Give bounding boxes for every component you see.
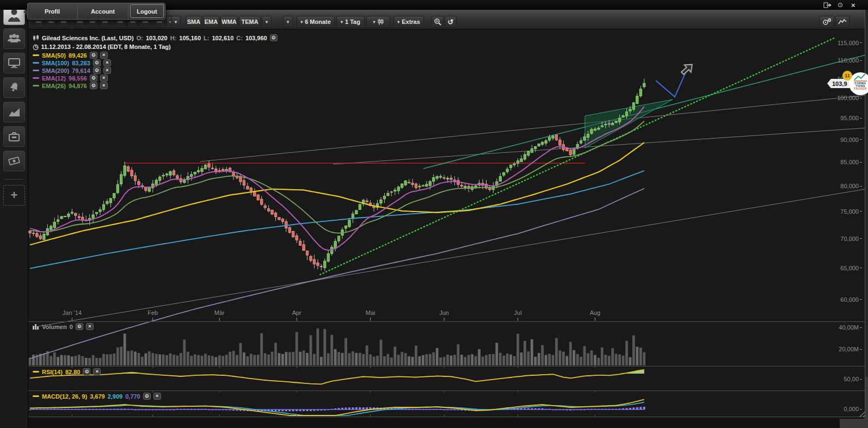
interval-dropdown[interactable]: ▾1 Tag (336, 16, 365, 28)
indicator-settings-button[interactable]: ⊙ (93, 59, 101, 66)
tema-button[interactable]: TEMA (239, 16, 261, 28)
candlestick-type-icon (378, 18, 384, 25)
sidebar-item-billing[interactable] (3, 151, 25, 171)
tools-dropdown-button[interactable]: ▾ (171, 16, 181, 28)
volume-remove-button[interactable]: × (86, 323, 94, 330)
legend-row-sma50: SMA(50) 89,426 ⊙ × (33, 52, 108, 59)
date-range-row: ◷ 11.12.2013 - 22.08.2014 (EDT, 8 Monate… (33, 43, 171, 51)
macd-hist-value: 0,770 (125, 393, 140, 400)
indicator-remove-button[interactable]: × (100, 52, 108, 59)
chart-canvas[interactable] (28, 29, 865, 418)
indicator-remove-button[interactable]: × (103, 67, 111, 74)
open-label: O: (137, 35, 143, 41)
sma100-swatch (33, 62, 39, 64)
indicator-label: SMA(50) (42, 52, 66, 59)
sidebar-item-community[interactable] (3, 28, 25, 49)
instrument-settings-button[interactable]: ⊙ (270, 34, 278, 41)
area-chart-icon (8, 108, 20, 117)
sidebar-item-alerts[interactable] (3, 77, 25, 98)
rsi-panel-row: RSI(14) 82,80 ⊙ × (33, 368, 101, 375)
record-window-button[interactable]: ⊙ (838, 1, 843, 9)
chart-type-dropdown[interactable]: ▾ (366, 16, 390, 28)
sma200-swatch (33, 70, 39, 71)
rsi-settings-button[interactable]: ⊙ (83, 368, 90, 375)
notification-badge[interactable]: 11 (842, 71, 852, 80)
ema26-swatch (33, 85, 39, 86)
high-value: 105,160 (179, 35, 201, 41)
briefcase-icon (9, 132, 20, 141)
undo-button[interactable]: ↺ (445, 16, 457, 28)
menu-item-profil[interactable]: Profil (27, 3, 78, 20)
zoom-button[interactable] (432, 16, 444, 28)
indicator-remove-button[interactable]: × (100, 75, 108, 82)
window-edge (865, 377, 868, 428)
period-dropdown[interactable]: ▾6 Monate (297, 16, 335, 28)
people-group-icon (8, 34, 21, 44)
rsi-label: RSI(14) (42, 369, 63, 375)
indicator-label: SMA(200) (42, 67, 69, 74)
macd-value: 3,679 (90, 393, 105, 400)
indicator-settings-button[interactable]: ⊙ (93, 67, 101, 74)
indicator-label: EMA(26) (42, 83, 66, 89)
close-window-button[interactable]: × (851, 1, 855, 9)
indicator-settings-button[interactable]: ⊙ (90, 82, 97, 89)
magnifier-icon (434, 18, 441, 26)
user-menu-popup: Profil Account Logout (27, 2, 166, 20)
wma-button[interactable]: WMA (220, 16, 238, 28)
sma-button[interactable]: SMA (186, 16, 202, 28)
volume-value: 0 (70, 324, 73, 330)
rsi-value: 82,80 (65, 369, 81, 375)
high-label: H: (170, 35, 177, 41)
indicator-value: 83,283 (72, 60, 90, 66)
monitor-icon (8, 58, 20, 68)
price-chart-svg[interactable] (28, 29, 865, 418)
extras-dropdown[interactable]: ▾Extras (393, 16, 424, 28)
close-value: 103,960 (245, 35, 267, 41)
indicator-value: 98,556 (69, 75, 87, 82)
indicator-remove-button[interactable]: × (103, 59, 111, 66)
indicator-remove-button[interactable]: × (100, 82, 108, 89)
indicator-label: SMA(100) (42, 60, 69, 66)
trading-app-window: { "window": { "controls": ["export", "re… (0, 0, 868, 428)
gears-icon (822, 18, 832, 26)
legend-row-ema26: EMA(26) 94,876 ⊙ × (33, 82, 108, 89)
indicator-settings-button[interactable]: ⊙ (90, 52, 97, 59)
last-price-value: 103,9 (832, 80, 847, 87)
rsi-remove-button[interactable]: × (93, 368, 101, 375)
ema-button[interactable]: EMA (203, 16, 219, 28)
sidebar-divider (4, 179, 24, 179)
indicator-settings-button[interactable]: ⊙ (90, 75, 97, 82)
menu-item-account[interactable]: Account (78, 3, 128, 20)
candlestick-icon (33, 35, 39, 41)
banknote-icon (8, 156, 20, 166)
chart-settings-button[interactable] (819, 16, 834, 28)
macd-panel-row: MACD(12, 26, 9) 3,679 2,909 0,770 ⊙ × (33, 393, 161, 400)
sidebar-item-portfolio[interactable] (3, 126, 25, 147)
bottom-strip (28, 418, 865, 428)
macd-remove-button[interactable]: × (153, 393, 161, 400)
sidebar-item-analysis[interactable] (3, 102, 25, 122)
low-label: L: (204, 35, 209, 41)
macd-swatch (33, 395, 39, 397)
volume-bars-icon (33, 324, 39, 330)
line-chart-icon (838, 18, 847, 25)
menu-item-logout[interactable]: Logout (130, 4, 164, 18)
legend-row-sma100: SMA(100) 83,283 ⊙ × (33, 59, 111, 66)
rsi-swatch (33, 371, 39, 373)
indicator-value: 79,614 (72, 67, 90, 74)
badge-count: 11 (845, 73, 850, 78)
logo-text: TRADER (849, 88, 868, 90)
macd-label: MACD(12, 26, 9) (42, 393, 87, 400)
indicator-value: 94,876 (69, 83, 87, 89)
ema12-swatch (33, 77, 39, 79)
chart-mode-button[interactable] (835, 16, 849, 28)
legend-row-ema12: EMA(12) 98,556 ⊙ × (33, 75, 108, 82)
export-window-button[interactable] (823, 1, 832, 9)
volume-settings-button[interactable]: ⊙ (76, 323, 83, 330)
macd-settings-button[interactable]: ⊙ (143, 393, 151, 400)
add-widget-button[interactable]: + (3, 185, 25, 206)
more-dropdown-button[interactable]: ▾ (283, 16, 293, 28)
clock-icon: ◷ (33, 43, 38, 51)
sidebar-item-screens[interactable] (3, 53, 25, 73)
indicator-dropdown-button[interactable]: ▾ (262, 16, 272, 28)
